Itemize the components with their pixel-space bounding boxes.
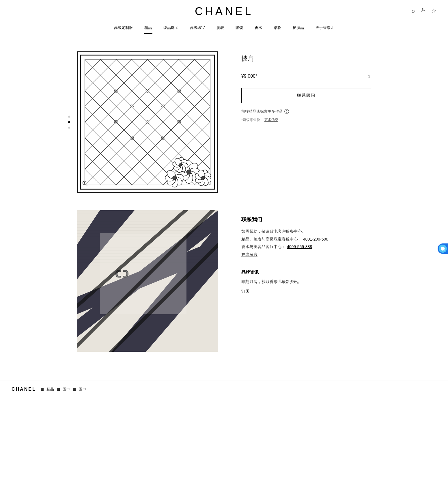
product-detail-image: [77, 210, 218, 352]
breadcrumb-item-3[interactable]: 围巾: [79, 387, 86, 392]
svg-line-80: [86, 184, 87, 186]
nav-item-about[interactable]: 关于香奈儿: [316, 25, 334, 34]
dot-2[interactable]: [68, 121, 70, 123]
info-icon[interactable]: ?: [284, 109, 289, 114]
svg-point-69: [201, 176, 205, 180]
product-title-row: 披肩: [241, 54, 371, 67]
contact-advisor-button[interactable]: 联系顾问: [241, 88, 371, 103]
svg-point-78: [179, 163, 182, 166]
dot-1[interactable]: [68, 116, 70, 118]
breadcrumb-separator-1: [41, 388, 44, 391]
more-info-link[interactable]: 更多信息: [264, 118, 278, 122]
image-dots: [68, 116, 70, 129]
contact-text: 如需帮助，敬请致电客户服务中心。 精品、腕表与高级珠宝客服中心： 4001-20…: [241, 228, 371, 258]
breadcrumb-item-1[interactable]: 精品: [46, 387, 54, 392]
header-top: CHANEL ⌕ ☆: [12, 0, 436, 21]
product-images: [77, 51, 218, 193]
store-link-text[interactable]: 前往精品店探索更多作品: [241, 109, 283, 114]
wishlist-star-icon[interactable]: ☆: [431, 7, 436, 14]
site-header: CHANEL ⌕ ☆ 高级定制服 精品 臻品珠宝 高级珠宝 腕表 眼镜 香水 彩…: [0, 0, 448, 34]
contact-title: 联系我们: [241, 216, 371, 223]
store-link: 前往精品店探索更多作品 ?: [241, 109, 371, 114]
nav-item-couture[interactable]: 高级定制服: [114, 25, 133, 34]
breadcrumb-logo: CHANEL: [12, 387, 36, 392]
main-nav: 高级定制服 精品 臻品珠宝 高级珠宝 腕表 眼镜 香水 彩妆 护肤品 关于香奈儿: [12, 21, 436, 34]
breadcrumb-item-2[interactable]: 围巾: [63, 387, 70, 392]
brand-info: 品牌资讯 即刻订阅，获取香奈儿最新资讯。 订阅: [241, 270, 371, 294]
brand-logo[interactable]: CHANEL: [195, 5, 253, 18]
svg-point-0: [422, 8, 424, 10]
contact-description: 如需帮助，敬请致电客户服务中心。: [241, 228, 371, 235]
brand-info-text: 即刻订阅，获取香奈儿最新资讯。: [241, 278, 371, 285]
nav-item-makeup[interactable]: 彩妆: [274, 25, 281, 34]
second-section: 联系我们 如需帮助，敬请致电客户服务中心。 精品、腕表与高级珠宝客服中心： 40…: [77, 210, 371, 352]
search-icon[interactable]: ⌕: [412, 7, 415, 14]
main-content: 披肩 ¥9,000* ☆ 联系顾问 前往精品店探索更多作品 ? *建议零售价。 …: [65, 34, 383, 381]
online-message-link[interactable]: 在线留言: [241, 252, 257, 257]
breadcrumb-separator-2: [57, 388, 60, 391]
nav-item-boutique[interactable]: 精品: [144, 25, 152, 34]
product-price-row: ¥9,000* ☆: [241, 73, 371, 79]
product-price: ¥9,000*: [241, 74, 257, 79]
product-details: 披肩 ¥9,000* ☆ 联系顾问 前往精品店探索更多作品 ? *建议零售价。 …: [241, 51, 371, 122]
account-icon[interactable]: [420, 7, 426, 14]
nav-item-eyewear[interactable]: 眼镜: [236, 25, 243, 34]
contact-section: 联系我们 如需帮助，敬请致电客户服务中心。 精品、腕表与高级珠宝客服中心： 40…: [241, 210, 371, 294]
price-note: *建议零售价。 更多信息: [241, 118, 371, 122]
boutique-contact: 精品、腕表与高级珠宝客服中心： 4001-200-500: [241, 235, 371, 243]
boutique-phone-link[interactable]: 4001-200-500: [303, 237, 328, 241]
breadcrumb-footer: CHANEL 精品 围巾 围巾: [0, 381, 448, 398]
add-to-wishlist-icon[interactable]: ☆: [367, 73, 371, 79]
breadcrumb-separator-3: [73, 388, 76, 391]
beauty-phone-link[interactable]: 4009-555-888: [287, 244, 312, 249]
product-main-image: [77, 51, 218, 193]
nav-item-fragrance[interactable]: 香水: [255, 25, 262, 34]
beauty-contact: 香水与美容品客服中心： 4009-555-888: [241, 243, 371, 251]
product-section: 披肩 ¥9,000* ☆ 联系顾问 前往精品店探索更多作品 ? *建议零售价。 …: [77, 51, 371, 193]
zoom-icon[interactable]: [82, 180, 88, 188]
brand-info-title: 品牌资讯: [241, 270, 371, 275]
svg-point-51: [186, 170, 191, 174]
header-icons: ⌕ ☆: [412, 7, 436, 14]
nav-item-watches[interactable]: 腕表: [216, 25, 224, 34]
chat-widget[interactable]: [438, 243, 448, 254]
nav-item-fine-jewelry[interactable]: 臻品珠宝: [163, 25, 178, 34]
nav-item-skincare[interactable]: 护肤品: [293, 25, 304, 34]
nav-item-high-jewelry[interactable]: 高级珠宝: [190, 25, 205, 34]
product-title: 披肩: [241, 54, 254, 63]
dot-3[interactable]: [68, 127, 70, 129]
svg-point-60: [173, 176, 177, 180]
subscribe-link[interactable]: 订阅: [241, 289, 249, 293]
chat-icon: [439, 245, 447, 253]
